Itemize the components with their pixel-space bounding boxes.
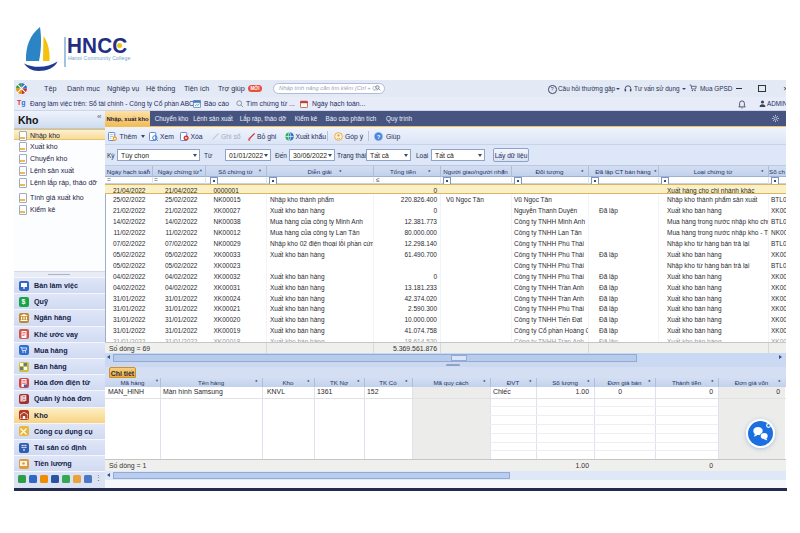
svg-text:?: ? xyxy=(377,133,381,139)
